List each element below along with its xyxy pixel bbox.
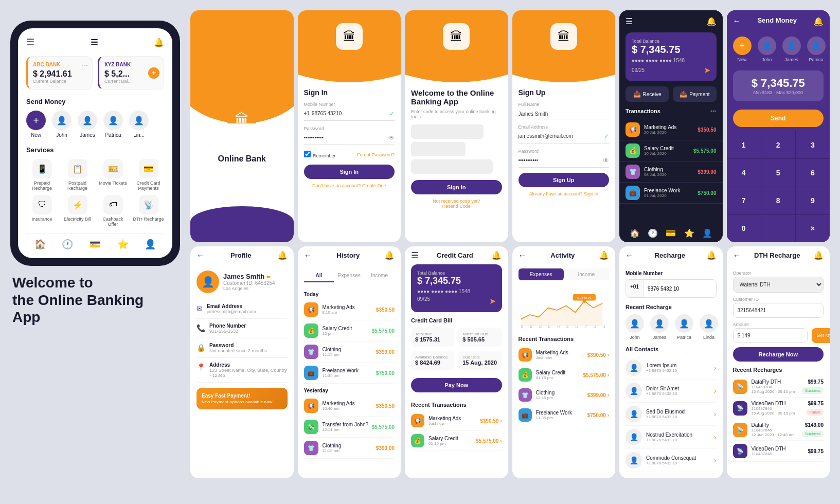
recharge-bell-icon[interactable]: 🔔	[706, 250, 717, 260]
password-input[interactable]	[304, 133, 389, 142]
transactions-more-icon[interactable]: ···	[710, 107, 717, 115]
signup-button[interactable]: Sign Up	[519, 173, 610, 187]
key-8[interactable]: 8	[761, 187, 795, 214]
send-back-arrow[interactable]: ←	[733, 16, 741, 26]
receive-btn[interactable]: 📥 Receive	[625, 86, 669, 102]
welcome-signin-button[interactable]: Sign In	[411, 180, 502, 194]
service-dth[interactable]: 📡 DTH Recharge	[133, 195, 164, 227]
dark-bell-icon[interactable]: 🔔	[706, 16, 717, 26]
cl-arrow-5[interactable]: ›	[714, 456, 717, 464]
mobile-number-input[interactable]	[312, 109, 389, 118]
activity-back-arrow[interactable]: ←	[519, 251, 527, 260]
send-contact-john[interactable]: 👤 John	[758, 37, 776, 62]
nav-person[interactable]: 👤	[145, 239, 156, 250]
key-9[interactable]: 9	[796, 187, 830, 214]
cl-arrow-2[interactable]: ›	[714, 387, 717, 395]
service-electricity[interactable]: ⚡ Electricity Bill	[62, 195, 93, 227]
dark-nav-card[interactable]: 💳	[666, 228, 676, 238]
dth-back-arrow[interactable]: ←	[733, 251, 741, 260]
profile-banner[interactable]: Easy Fast Payment! New Payment options a…	[196, 388, 288, 409]
nav-card[interactable]: 💳	[90, 239, 101, 250]
dark-nav-clock[interactable]: 🕐	[648, 228, 658, 238]
activity-tab-income[interactable]: Income	[564, 268, 609, 280]
service-credit-card[interactable]: 💳 Credit Card Payments	[133, 159, 164, 191]
service-prepaid[interactable]: 📱 Prepaid Recharge	[26, 159, 58, 191]
dark-nav-star[interactable]: ⭐	[684, 228, 694, 238]
activity-bell-icon[interactable]: 🔔	[599, 250, 609, 260]
remember-checkbox[interactable]	[304, 151, 311, 157]
email-input[interactable]	[519, 131, 604, 141]
send-button[interactable]: Send	[733, 110, 824, 127]
signin-button[interactable]: Sign In	[304, 165, 395, 179]
dth-operator-select[interactable]: Watertel DTH	[733, 277, 824, 293]
contact-james[interactable]: 👤 James	[78, 111, 97, 138]
cl-arrow-3[interactable]: ›	[714, 410, 717, 418]
key-backspace[interactable]: ×	[796, 215, 830, 242]
pay-now-button[interactable]: Pay Now	[411, 378, 502, 392]
contact-patrica[interactable]: 👤 Patrica	[103, 111, 123, 138]
credit-back-arrow[interactable]: ☰	[411, 250, 418, 260]
signup-password-input[interactable]	[519, 155, 603, 165]
signup-eye-icon[interactable]: 👁	[603, 157, 609, 164]
history-tab-income[interactable]: Income	[364, 269, 395, 282]
recharge-contact-linda[interactable]: 👤 Linda	[700, 314, 718, 340]
recharge-contact-patrica[interactable]: 👤 Patrica	[675, 314, 693, 340]
service-cashback[interactable]: 🏷 Cashback Offer	[97, 195, 129, 227]
bell-icon[interactable]: 🔔	[154, 38, 164, 47]
nav-clock[interactable]: 🕐	[62, 239, 73, 250]
service-postpaid[interactable]: 📋 Postpaid Recharge	[62, 159, 93, 191]
service-insurance[interactable]: 🛡 Insurance	[26, 195, 58, 227]
send-contact-patrica[interactable]: 👤 Patrica	[807, 37, 826, 62]
send-bell-icon[interactable]: 🔔	[813, 16, 824, 26]
contact-lin[interactable]: 👤 Lin...	[129, 111, 149, 138]
remember-label[interactable]: Remember	[304, 150, 336, 159]
eye-icon[interactable]: 👁	[388, 134, 395, 141]
contact-new[interactable]: + New	[26, 111, 46, 138]
key-0[interactable]: 0	[727, 215, 761, 242]
dth-amount-input[interactable]	[733, 328, 808, 343]
key-6[interactable]: 6	[796, 159, 830, 186]
card-dots[interactable]: ···	[82, 61, 88, 69]
credit-bell-icon[interactable]: 🔔	[491, 250, 502, 260]
nav-home[interactable]: 🏠	[34, 239, 46, 250]
dark-nav-home[interactable]: 🏠	[630, 228, 640, 238]
recharge-now-button[interactable]: Recharge Now	[733, 347, 824, 362]
history-bell-icon[interactable]: 🔔	[384, 250, 395, 260]
key-1[interactable]: 1	[727, 131, 761, 158]
fullname-input[interactable]	[519, 109, 610, 119]
dth-bell-icon[interactable]: 🔔	[813, 250, 824, 260]
menu-icon[interactable]: ☰	[26, 37, 34, 48]
abc-bank-card[interactable]: ABC BANK ··· $ 2,941.61 Current Balance	[26, 56, 93, 89]
dark-nav-person[interactable]: 👤	[702, 228, 712, 238]
key-5[interactable]: 5	[761, 159, 795, 186]
cl-arrow-4[interactable]: ›	[714, 433, 717, 441]
mobile-number[interactable]	[644, 280, 717, 297]
history-tab-all[interactable]: All	[304, 269, 334, 282]
key-4[interactable]: 4	[727, 159, 761, 186]
dth-customer-id-input[interactable]	[733, 303, 824, 318]
xyz-bank-card[interactable]: XYZ BANK + $ 5,2... Current Bal...	[98, 56, 164, 89]
profile-back-arrow[interactable]: ←	[196, 251, 205, 260]
recharge-contact-john[interactable]: 👤 John	[625, 314, 644, 340]
service-movies[interactable]: 🎫 Movie Tickets	[97, 159, 129, 191]
history-tab-expenses[interactable]: Expenses	[334, 269, 364, 282]
activity-tab-expenses[interactable]: Expenses	[519, 268, 564, 280]
recharge-back-arrow[interactable]: ←	[625, 251, 634, 260]
key-3[interactable]: 3	[796, 131, 830, 158]
key-7[interactable]: 7	[727, 187, 761, 214]
nav-star[interactable]: ⭐	[117, 239, 129, 250]
cl-arrow-1[interactable]: ›	[714, 364, 717, 372]
forgot-password-link[interactable]: Forgot Password?	[357, 152, 395, 157]
history-back-arrow[interactable]: ←	[304, 251, 312, 260]
edit-icon[interactable]: ✏	[266, 274, 271, 280]
send-contact-james[interactable]: 👤 James	[782, 37, 801, 62]
dark-menu-icon[interactable]: ☰	[625, 16, 633, 26]
payment-btn[interactable]: 📤 Payment	[673, 86, 716, 102]
send-contact-new[interactable]: + New	[733, 37, 752, 62]
add-card-btn[interactable]: +	[148, 67, 159, 79]
key-2[interactable]: 2	[761, 131, 795, 158]
contact-john[interactable]: 👤 John	[52, 111, 72, 138]
profile-bell-icon[interactable]: 🔔	[277, 250, 288, 260]
get-offers-btn[interactable]: Get My Plan ⓘ	[812, 328, 830, 343]
recharge-contact-james[interactable]: 👤 James	[650, 314, 669, 340]
